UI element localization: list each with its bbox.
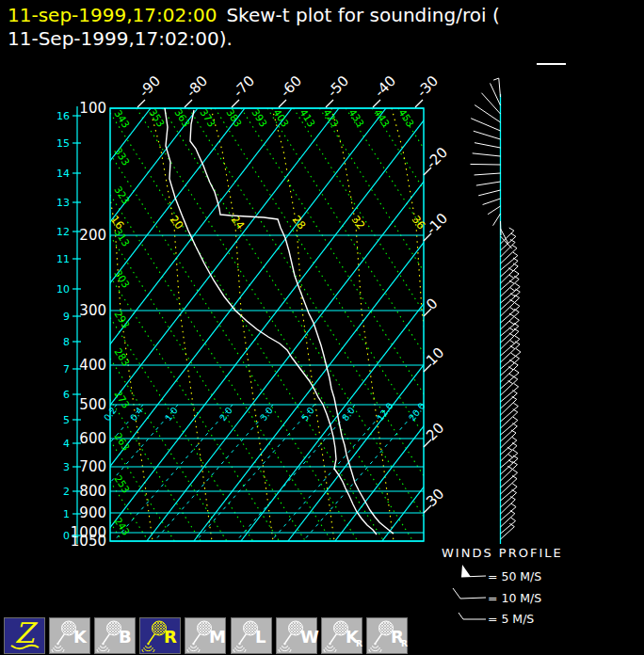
theta-label: 393 xyxy=(250,107,269,129)
isotherm-label: -40 xyxy=(371,72,399,101)
wind-legend xyxy=(453,565,486,619)
height-label: 1 xyxy=(63,508,70,520)
sounding-traces xyxy=(165,108,394,535)
svg-text:Z: Z xyxy=(15,618,39,649)
button-letter: B xyxy=(119,627,132,647)
button-letter: W xyxy=(300,627,319,647)
toolbar-button-l[interactable]: L xyxy=(231,617,272,654)
theta-label: 263 xyxy=(112,431,132,453)
isotherm-label: -80 xyxy=(183,72,211,101)
toolbar-button-w[interactable]: W xyxy=(276,617,317,654)
legend-10ms-label: = 10 M/S xyxy=(488,591,541,605)
theta-label: 353 xyxy=(147,107,167,129)
mixing-ratio-label: 1.0 xyxy=(163,406,180,423)
mixing-ratio-label: 0.4 xyxy=(128,406,145,423)
isotherm-label: -30 xyxy=(413,72,442,101)
isotherm-label: -60 xyxy=(277,72,305,101)
pressure-label: 400 xyxy=(79,357,106,374)
height-label: 4 xyxy=(63,438,70,450)
height-label: 15 xyxy=(56,137,70,150)
pressure-label: 600 xyxy=(79,430,106,447)
isotherm-label: 30 xyxy=(423,486,447,510)
theta-label: 343 xyxy=(112,108,132,130)
button-letter: R xyxy=(164,627,177,647)
moist-adiabat-labels: 162024283236 xyxy=(108,213,428,232)
theta-label: 243 xyxy=(112,516,132,537)
toolbar-button-rr[interactable]: RR xyxy=(366,617,408,654)
toolbar-button-m[interactable]: M xyxy=(185,617,226,654)
wind-profile xyxy=(471,78,521,544)
toolbar-button-k[interactable]: K xyxy=(49,617,90,654)
button-letter: M xyxy=(209,627,226,647)
button-subletter: R xyxy=(401,639,408,648)
theta-label: 433 xyxy=(346,107,366,129)
pressure-label: 900 xyxy=(79,504,106,521)
theta-label: 403 xyxy=(271,107,291,129)
toolbar-button-b[interactable]: B xyxy=(94,617,136,654)
isotherm-label: 10 xyxy=(423,344,447,369)
mixing-ratio-label: 5.0 xyxy=(299,406,316,423)
mixing-ratio-labels: 0.20.41.02.03.05.08.012.020.0 xyxy=(102,401,427,423)
dewpoint-trace xyxy=(165,108,377,535)
pressure-label: 200 xyxy=(79,227,106,244)
winds-profile-title: WINDS PROFILE xyxy=(442,546,563,560)
theta-label: 283 xyxy=(112,346,132,368)
height-label: 5 xyxy=(63,414,70,426)
height-label: 2 xyxy=(63,486,70,498)
flag-symbol xyxy=(461,565,471,577)
height-label: 9 xyxy=(63,311,70,323)
theta-label: 323 xyxy=(112,184,132,206)
toolbar: ZKBRMLWKRRR xyxy=(0,617,644,655)
isotherm-label: -50 xyxy=(324,72,352,101)
pressure-label: 300 xyxy=(79,302,106,319)
height-label: 16 xyxy=(56,110,70,122)
pressure-label: 500 xyxy=(79,396,106,413)
height-label: 13 xyxy=(56,197,70,209)
theta-label: 333 xyxy=(112,146,132,168)
toolbar-button-z[interactable]: Z xyxy=(4,617,45,654)
theta-label: 303 xyxy=(112,268,132,290)
theta-label: 363 xyxy=(172,107,192,129)
isotherms xyxy=(0,108,644,541)
right-temp-labels: -20-100102030 xyxy=(423,144,451,513)
pressure-label: 700 xyxy=(79,458,106,475)
theta-label: 453 xyxy=(396,107,416,129)
isotherm-label: -70 xyxy=(230,72,258,101)
button-letter: L xyxy=(255,627,266,647)
height-label: 10 xyxy=(56,283,70,296)
z-logo-icon: Z xyxy=(5,618,44,653)
moist-label: 32 xyxy=(349,213,368,232)
theta-label: 413 xyxy=(298,107,317,129)
height-label: 12 xyxy=(56,226,70,238)
full-barb-symbol xyxy=(453,588,460,599)
height-label: 14 xyxy=(56,168,70,180)
isotherm-label: -20 xyxy=(423,144,451,172)
mixing-ratio-label: 12.0 xyxy=(375,401,395,423)
pressure-label: 100 xyxy=(79,100,106,117)
toolbar-button-kr[interactable]: KR xyxy=(321,617,362,654)
theta-label: 443 xyxy=(372,107,392,129)
pressure-label: 800 xyxy=(79,483,106,500)
height-label: 8 xyxy=(63,336,70,348)
theta-label: 373 xyxy=(198,107,217,129)
height-label: 3 xyxy=(63,461,70,473)
button-subletter: R xyxy=(356,639,362,648)
isotherm-label: -90 xyxy=(136,72,164,101)
isotherm-label: 20 xyxy=(423,420,447,444)
height-label: 11 xyxy=(56,253,70,265)
theta-label: 383 xyxy=(224,107,244,129)
dry-adiabat-labels: 2432532632732832933033133233333433533633… xyxy=(112,107,416,537)
theta-label: 293 xyxy=(112,309,132,330)
legend-50ms-label: = 50 M/S xyxy=(488,569,541,583)
button-letter: K xyxy=(73,627,87,647)
isotherm-label: 0 xyxy=(423,295,441,312)
top-temp-labels: -90-80-70-60-50-40-30 xyxy=(136,72,442,107)
toolbar-button-r[interactable]: R xyxy=(139,617,181,654)
height-label: 7 xyxy=(63,363,70,375)
height-label: 6 xyxy=(63,389,70,401)
mixing-ratio-label: 8.0 xyxy=(340,406,357,423)
moist-label: 20 xyxy=(168,213,186,232)
height-axis: 012345678910111213141516 xyxy=(56,106,81,544)
height-label: 0 xyxy=(63,530,70,542)
